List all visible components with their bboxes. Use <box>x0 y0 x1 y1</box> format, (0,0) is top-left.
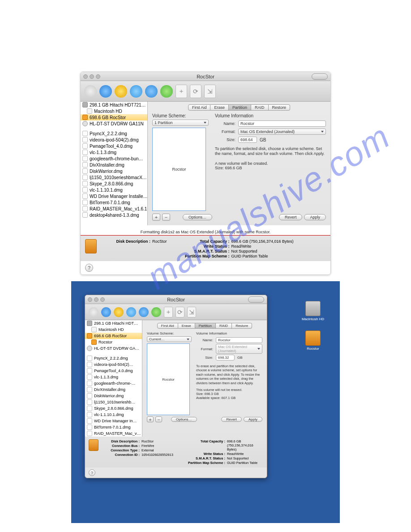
sidebar-dmg[interactable]: RAID_MASTER_Mac_v1.6.1… <box>81 206 147 212</box>
sidebar-dmg[interactable]: DiskWarrior.dmg <box>81 168 147 174</box>
convert-icon[interactable]: ⟳ <box>176 307 184 317</box>
sidebar-dmg[interactable]: PsyncX_2.2.2.dmg <box>81 130 147 137</box>
hdd-icon <box>305 301 321 316</box>
sidebar-dmg[interactable]: DivXInstaller.dmg <box>85 386 142 393</box>
size-field[interactable]: 698.32 <box>216 355 235 360</box>
sidebar-disk-rocstor[interactable]: 698.6 GB RocStor <box>81 114 147 120</box>
tab-first-aid[interactable]: First Aid <box>188 104 211 111</box>
sidebar-dmg[interactable]: Skype_2.8.0.866.dmg <box>85 405 142 412</box>
sidebar-dmg[interactable]: WD Drive Manager Installe… <box>81 193 147 199</box>
volume-scheme-dropdown[interactable]: 1 Partition <box>152 120 209 126</box>
options-button[interactable]: Options… <box>183 214 212 220</box>
tab-restore[interactable]: Restore <box>269 104 291 111</box>
enable-journaling-icon[interactable] <box>160 85 173 98</box>
eject-icon[interactable] <box>145 85 158 98</box>
new-image-icon[interactable]: ＋ <box>164 307 173 317</box>
eject-icon[interactable] <box>139 307 149 317</box>
sidebar-dmg[interactable]: vlc-1.1.3.dmg <box>85 374 142 380</box>
sidebar-dmg[interactable]: PwnageTool_4.0.dmg <box>81 143 147 149</box>
mount-icon[interactable] <box>126 307 136 317</box>
tab-restore[interactable]: Restore <box>232 323 252 329</box>
verify-icon[interactable] <box>89 307 98 317</box>
sidebar-dmg[interactable]: DiskWarrior.dmg <box>85 393 142 399</box>
format-dropdown[interactable]: Mac OS Extended (Journaled) <box>238 129 326 135</box>
tab-partition[interactable]: Partition <box>195 323 216 329</box>
tab-partition[interactable]: Partition <box>229 104 251 111</box>
name-field[interactable]: Rocstor <box>238 120 326 127</box>
dmg-icon <box>82 131 88 136</box>
sidebar-dmg[interactable]: videora-ipod-504(2).dmg <box>81 137 147 143</box>
options-button[interactable]: Options… <box>171 417 197 422</box>
tab-raid[interactable]: RAID <box>251 104 269 111</box>
sidebar-dmg[interactable]: PsyncX_2.2.2.dmg <box>85 355 142 361</box>
sidebar[interactable]: 298.1 GB Hitachi HDT… Macintosh HD 698.6… <box>85 320 142 437</box>
sidebar-dmg[interactable]: DivXInstaller.dmg <box>81 162 147 168</box>
sidebar-dmg[interactable]: BitTorrent-7.0.1.dmg <box>81 199 147 206</box>
sidebar-dmg[interactable]: vlc-1.1.3.dmg <box>81 149 147 155</box>
tab-erase[interactable]: Erase <box>210 104 229 111</box>
sidebar-disk-rocstor[interactable]: 698.6 GB RocStor <box>85 333 142 339</box>
sidebar-dmg[interactable]: vlc-1.1.10.1.dmg <box>81 187 147 193</box>
remove-partition-button[interactable]: − <box>155 416 162 422</box>
format-dropdown[interactable]: Mac OS Extended (Journaled) <box>216 344 262 354</box>
sidebar-volume[interactable]: Macintosh HD <box>81 108 147 114</box>
add-partition-button[interactable]: + <box>147 416 154 422</box>
sidebar-dmg[interactable]: videora-ipod-504(2)… <box>85 361 142 368</box>
info-icon[interactable] <box>101 307 111 317</box>
tab-raid[interactable]: RAID <box>216 323 232 329</box>
sidebar-volume[interactable]: Macintosh HD <box>85 326 142 333</box>
desktop-icon-rocstor[interactable]: Rocstor <box>300 330 326 351</box>
verify-icon[interactable] <box>84 85 97 98</box>
sidebar-volume-rocstor[interactable]: Rocstor <box>85 339 142 345</box>
apply-button[interactable]: Apply <box>244 417 262 422</box>
help-button[interactable]: ? <box>89 469 95 476</box>
burn-icon[interactable] <box>114 307 124 317</box>
sidebar-dmg[interactable]: WD Drive Manager In… <box>85 418 142 424</box>
dmg-icon <box>82 193 88 199</box>
partition-layout-box[interactable]: Rocstor <box>147 343 190 415</box>
sidebar-disk[interactable]: 298.1 GB Hitachi HDT721… <box>81 102 147 108</box>
dmg-icon <box>87 393 92 399</box>
remove-partition-button[interactable]: − <box>162 214 170 221</box>
resize-image-icon[interactable]: ⇲ <box>204 85 216 98</box>
sidebar-dmg[interactable]: googleearth-chrome-… <box>85 380 142 386</box>
revert-button[interactable]: Revert <box>221 417 242 422</box>
apply-button[interactable]: Apply <box>304 214 326 220</box>
toolbar-toggle[interactable] <box>312 73 328 80</box>
desktop-icon-macintosh-hd[interactable]: Macintosh HD <box>300 301 326 321</box>
burn-icon[interactable] <box>115 85 127 98</box>
revert-button[interactable]: Revert <box>279 214 303 220</box>
titlebar[interactable]: RocStor <box>85 295 267 304</box>
sidebar[interactable]: 298.1 GB Hitachi HDT721… Macintosh HD 69… <box>81 102 148 225</box>
sidebar-dmg[interactable]: desktop4shared-1.3.dmg <box>81 212 147 218</box>
sidebar-dmg[interactable]: BitTorrent-7.0.1.dmg <box>85 424 142 430</box>
help-button[interactable]: ? <box>85 264 93 272</box>
resize-image-icon[interactable]: ⇲ <box>187 307 196 317</box>
toolbar-toggle[interactable] <box>248 296 264 303</box>
titlebar[interactable]: RocStor <box>81 72 330 81</box>
info-icon[interactable] <box>99 85 112 98</box>
sidebar-dmg[interactable]: vlc-1.1.10.1.dmg <box>85 412 142 418</box>
sidebar-dmg[interactable]: PwnageTool_4.0.dmg <box>85 368 142 374</box>
mount-icon[interactable] <box>130 85 142 98</box>
sidebar-dmg[interactable]: RAID_MASTER_Mac_v… <box>85 430 142 437</box>
k: Write Status : <box>181 452 225 456</box>
name-field[interactable]: Rocstor <box>216 337 262 343</box>
dmg-icon <box>87 374 92 380</box>
sidebar-optical[interactable]: HL-DT-ST DVDRW GA… <box>85 345 142 352</box>
size-field[interactable]: 698.64 <box>238 137 257 143</box>
volume-scheme-dropdown[interactable]: Current… <box>147 336 192 342</box>
convert-icon[interactable]: ⟳ <box>190 85 201 98</box>
enable-journaling-icon[interactable] <box>151 307 161 317</box>
sidebar-dmg[interactable]: lj1150_1010serieshbmacX… <box>81 174 147 180</box>
new-image-icon[interactable]: ＋ <box>176 85 187 98</box>
sidebar-optical[interactable]: HL-DT-ST DVDRW GA11N <box>81 120 147 127</box>
add-partition-button[interactable]: + <box>152 214 160 221</box>
partition-layout-box[interactable]: Rocstor <box>152 128 206 211</box>
tab-first-aid[interactable]: First Aid <box>157 323 178 329</box>
tab-erase[interactable]: Erase <box>178 323 195 329</box>
sidebar-dmg[interactable]: Skype_2.8.0.866.dmg <box>81 180 147 187</box>
sidebar-dmg[interactable]: lj1150_1010serieshb… <box>85 399 142 405</box>
sidebar-dmg[interactable]: googleearth-chrome-bun… <box>81 155 147 162</box>
sidebar-disk[interactable]: 298.1 GB Hitachi HDT… <box>85 320 142 326</box>
